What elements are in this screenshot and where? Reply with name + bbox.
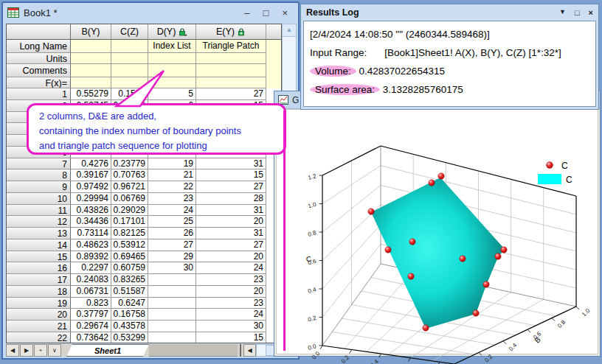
data-cell[interactable]: 23	[148, 193, 196, 205]
row-label[interactable]: Long Name	[7, 40, 71, 53]
maximize-button[interactable]: □	[263, 8, 269, 18]
data-cell[interactable]: 21	[148, 169, 196, 181]
data-point[interactable]	[460, 256, 466, 262]
data-cell[interactable]: 27	[148, 239, 196, 251]
data-point[interactable]	[385, 247, 391, 253]
corner-cell[interactable]	[7, 24, 71, 40]
long-name-E[interactable]: Triangle Patch	[196, 40, 266, 53]
data-cell[interactable]: 15	[196, 169, 266, 181]
data-cell[interactable]: 0.06731	[71, 286, 111, 298]
data-cell[interactable]: 0.51587	[111, 286, 148, 298]
row-index-cell[interactable]: 1	[7, 88, 71, 100]
column-header-B[interactable]: B(Y)	[71, 24, 111, 40]
data-cell[interactable]: 0.29994	[71, 193, 111, 205]
tab-list-button[interactable]: ∨	[48, 344, 61, 357]
row-index-cell[interactable]: 8	[7, 169, 71, 181]
data-cell[interactable]: 0.70763	[111, 169, 148, 181]
hscroll-left-icon[interactable]: ◀	[243, 344, 256, 357]
data-cell[interactable]: 0.89392	[71, 251, 111, 263]
data-cell[interactable]: 24	[196, 262, 266, 274]
row-index-cell[interactable]: 12	[7, 216, 71, 228]
data-cell[interactable]: 23	[196, 298, 266, 309]
data-cell[interactable]: 27	[196, 239, 266, 251]
row-index-cell[interactable]: 14	[7, 239, 71, 251]
data-cell[interactable]: 15	[196, 332, 266, 343]
data-cell[interactable]: 20	[196, 286, 266, 298]
data-point[interactable]	[473, 310, 479, 316]
data-cell[interactable]: 0.06769	[111, 193, 148, 205]
menu-arrow-icon[interactable]: ▼	[559, 8, 566, 17]
row-index-cell[interactable]: 10	[7, 193, 71, 205]
data-cell[interactable]: 26	[148, 228, 196, 239]
row-label[interactable]: F(x)=	[7, 77, 71, 88]
data-cell[interactable]: 0.43826	[71, 205, 111, 217]
row-label[interactable]: Comments	[7, 64, 71, 77]
row-index-cell[interactable]: 9	[7, 181, 71, 193]
row-index-cell[interactable]: 17	[7, 274, 71, 286]
data-cell[interactable]	[148, 286, 196, 298]
data-cell[interactable]: 0.60759	[111, 262, 148, 274]
data-cell[interactable]: 0.24083	[71, 274, 111, 286]
close-button[interactable]: ×	[589, 8, 593, 17]
data-point[interactable]	[423, 325, 429, 331]
data-cell[interactable]: 22	[148, 181, 196, 193]
column-header-C[interactable]: C(Z)	[111, 24, 148, 40]
data-cell[interactable]: 29	[148, 251, 196, 263]
data-cell[interactable]: 0.29674	[71, 321, 111, 332]
data-cell[interactable]: 0.53299	[111, 332, 148, 343]
row-index-cell[interactable]: 21	[7, 321, 71, 332]
data-cell[interactable]: 0.29029	[111, 205, 148, 217]
graph-page[interactable]: 0.00.20.40.60.81.01.2C0.00.20.40.60.8A0.…	[276, 109, 598, 354]
data-cell[interactable]: 0.23779	[111, 158, 148, 170]
data-point[interactable]	[409, 239, 415, 245]
row-index-cell[interactable]: 11	[7, 205, 71, 217]
data-cell[interactable]: 0.55279	[71, 88, 111, 100]
data-cell[interactable]: 0.83265	[111, 274, 148, 286]
data-cell[interactable]: 0.4276	[71, 158, 111, 170]
hull-surface[interactable]	[371, 178, 505, 329]
data-point[interactable]	[429, 180, 435, 186]
data-cell[interactable]: 27	[196, 181, 266, 193]
data-cell[interactable]: 0.82125	[111, 228, 148, 239]
tab-prev-button[interactable]: ◀	[6, 344, 19, 357]
data-cell[interactable]: 0.43578	[111, 321, 148, 332]
data-cell[interactable]: 0.17101	[111, 216, 148, 228]
data-cell[interactable]: 24	[196, 309, 266, 321]
row-index-cell[interactable]: 15	[7, 251, 71, 263]
row-index-cell[interactable]: 22	[7, 332, 71, 343]
minimize-button[interactable]: –	[244, 8, 249, 18]
tab-sheet1[interactable]: Sheet1	[66, 344, 149, 357]
data-cell[interactable]: 0.97492	[71, 181, 111, 193]
data-cell[interactable]: 20	[196, 216, 266, 228]
data-point[interactable]	[438, 173, 444, 179]
book1-window[interactable]: Book1 * – □ × B(Y) C(Z) D(Y) E(Y) Long N…	[1, 1, 300, 360]
data-cell[interactable]: 24	[148, 205, 196, 217]
data-cell[interactable]: 0.37797	[71, 309, 111, 321]
3d-plot[interactable]: 0.00.20.40.60.81.01.2C0.00.20.40.60.8A0.…	[302, 137, 601, 364]
data-point[interactable]	[501, 247, 507, 253]
data-cell[interactable]: 27	[196, 88, 266, 100]
row-index-cell[interactable]: 18	[7, 286, 71, 298]
row-index-cell[interactable]: 20	[7, 309, 71, 321]
row-label[interactable]: Units	[7, 53, 71, 64]
tab-next-button[interactable]: ▶	[20, 344, 33, 357]
data-cell[interactable]: 0.96721	[111, 181, 148, 193]
data-cell[interactable]: 0.48623	[71, 239, 111, 251]
scroll-up-icon[interactable]: ▲	[283, 24, 296, 37]
data-cell[interactable]: 31	[196, 205, 266, 217]
data-cell[interactable]: 0.16758	[111, 309, 148, 321]
data-cell[interactable]: 0.39167	[71, 169, 111, 181]
data-cell[interactable]: 31	[196, 228, 266, 239]
data-point[interactable]	[495, 253, 501, 259]
data-cell[interactable]: 0.34436	[71, 216, 111, 228]
data-cell[interactable]: 23	[196, 274, 266, 286]
data-cell[interactable]: 0.69465	[111, 251, 148, 263]
data-cell[interactable]: 20	[196, 251, 266, 263]
data-point[interactable]	[368, 209, 374, 214]
data-cell[interactable]: 0.53912	[111, 239, 148, 251]
results-log-titlebar[interactable]: Results Log ▼ □ ×	[301, 4, 598, 20]
add-sheet-button[interactable]: +	[34, 344, 47, 357]
data-cell[interactable]	[148, 332, 196, 343]
data-cell[interactable]: 19	[148, 158, 196, 170]
column-header-E[interactable]: E(Y)	[196, 24, 266, 40]
